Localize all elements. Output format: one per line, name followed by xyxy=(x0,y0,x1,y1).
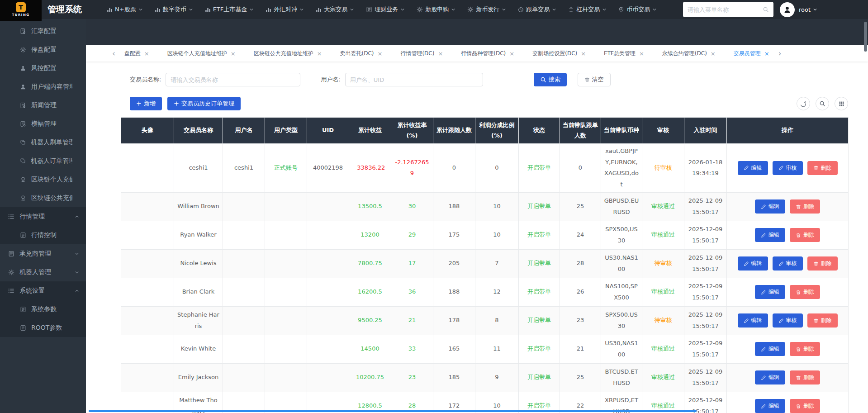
sidebar-item-3[interactable]: 用户端内容管理 xyxy=(0,77,86,96)
close-icon[interactable]: × xyxy=(764,51,769,57)
delete-button[interactable]: 删除 xyxy=(807,313,838,328)
nav-menu-coin-trade[interactable]: 币币交易 xyxy=(618,5,657,14)
audit-button[interactable]: 审核 xyxy=(773,161,803,175)
nav-menu-new-coin[interactable]: 新币发行 xyxy=(467,5,506,14)
sidebar-item-14[interactable]: 系统设置 xyxy=(0,281,86,300)
tab-3[interactable]: 卖出委托(DC)× xyxy=(340,50,383,57)
sidebar-item-13[interactable]: 机器人管理 xyxy=(0,263,86,281)
edit-button[interactable]: 编辑 xyxy=(738,313,768,328)
sidebar-item-7[interactable]: 机器人订单管理 xyxy=(0,152,86,170)
sidebar-item-15[interactable]: 系统参数 xyxy=(0,300,86,318)
tab-0[interactable]: 盘配置× xyxy=(124,50,149,57)
refresh-button[interactable] xyxy=(797,97,810,110)
user-avatar[interactable] xyxy=(780,2,795,17)
sidebar-item-5[interactable]: 横幅管理 xyxy=(0,114,86,133)
tab-7[interactable]: ETF总类管理× xyxy=(604,50,644,57)
trader-history-orders-button[interactable]: 交易员历史订单管理 xyxy=(167,97,241,110)
sidebar-item-0[interactable]: 汇率配置 xyxy=(0,22,86,40)
close-icon[interactable]: × xyxy=(378,51,383,57)
refresh-icon xyxy=(800,100,806,107)
sidebar-item-1[interactable]: 停盘配置 xyxy=(0,40,86,59)
close-icon[interactable]: × xyxy=(509,51,514,57)
user-menu[interactable]: root xyxy=(799,6,817,13)
sidebar-item-4[interactable]: 新闻管理 xyxy=(0,96,86,114)
columns-button[interactable] xyxy=(835,97,848,110)
column-header: 头像 xyxy=(121,118,174,144)
edit-button[interactable]: 编辑 xyxy=(755,370,785,385)
edit-button[interactable]: 编辑 xyxy=(755,342,785,356)
vertical-scrollbar-thumb[interactable] xyxy=(864,22,867,52)
menu-search-input[interactable] xyxy=(688,6,760,13)
username-input[interactable] xyxy=(345,73,483,86)
sidebar-item-9[interactable]: 区块链公共充值地址维护 xyxy=(0,189,86,207)
sidebar-item-8[interactable]: 区块链个人充值地址维护 xyxy=(0,170,86,189)
chevron-down-icon xyxy=(552,7,556,12)
sidebar-item-6[interactable]: 机器人刷单管理 xyxy=(0,133,86,152)
search-icon[interactable] xyxy=(763,6,769,13)
delete-button[interactable]: 删除 xyxy=(790,399,820,413)
sidebar-item-10[interactable]: 行情管理 xyxy=(0,207,86,226)
tab-2[interactable]: 区块链公共充值地址维护× xyxy=(254,50,322,57)
cell-followers: 205 xyxy=(433,249,475,278)
nav-menu-forex-hedge[interactable]: 外汇对冲 xyxy=(266,5,304,14)
tab-5[interactable]: 行情品种管理(DC)× xyxy=(461,50,514,57)
nav-menu-ipo[interactable]: 新股申购 xyxy=(417,5,455,14)
delete-button[interactable]: 删除 xyxy=(790,199,820,214)
tab-8[interactable]: 永续合约管理(DC)× xyxy=(662,50,716,57)
close-icon[interactable]: × xyxy=(231,51,236,57)
clear-button[interactable]: 清空 xyxy=(578,73,611,86)
sidebar-item-11[interactable]: 行情控制 xyxy=(0,226,86,244)
trader-name-input[interactable] xyxy=(166,73,300,86)
delete-button[interactable]: 删除 xyxy=(790,285,820,299)
delete-button[interactable]: 删除 xyxy=(807,256,838,271)
cell-trader-name: Stephanie Harris xyxy=(174,306,223,335)
trader-name-label: 交易员名称: xyxy=(130,76,161,84)
tab-1[interactable]: 区块链个人充值地址维护× xyxy=(167,50,236,57)
delete-button[interactable]: 删除 xyxy=(790,370,820,385)
nav-menu-block-trade[interactable]: 大宗交易 xyxy=(316,5,354,14)
tabs-scroll-right-icon[interactable]: › xyxy=(778,50,782,57)
edit-button[interactable]: 编辑 xyxy=(755,199,785,214)
close-icon[interactable]: × xyxy=(639,51,644,57)
nav-menu-copy-trade[interactable]: 跟单交易 xyxy=(518,5,556,14)
edit-button[interactable]: 编辑 xyxy=(755,285,785,299)
close-icon[interactable]: × xyxy=(317,51,322,57)
tab-4[interactable]: 行情管理(DC)× xyxy=(400,50,443,57)
nav-menu-wealth[interactable]: 理财业务 xyxy=(366,5,405,14)
sidebar-item-16[interactable]: ROOT参数 xyxy=(0,318,86,337)
edit-button[interactable]: 编辑 xyxy=(755,228,785,242)
edit-button[interactable]: 编辑 xyxy=(755,399,785,413)
tabs-scroll-left-icon[interactable]: ‹ xyxy=(112,50,115,57)
close-icon[interactable]: × xyxy=(711,51,716,57)
app-logo[interactable]: T TURING xyxy=(0,0,42,21)
edit-button[interactable]: 编辑 xyxy=(738,256,768,271)
nav-menu-label: 币币交易 xyxy=(626,5,650,14)
cell-team-count: 24 xyxy=(560,221,601,249)
close-icon[interactable]: × xyxy=(438,51,443,57)
add-button[interactable]: 新增 xyxy=(130,97,162,110)
sidebar-item-12[interactable]: 承兑商管理 xyxy=(0,244,86,263)
nav-menu-etf-funds[interactable]: ETF上市基金 xyxy=(205,5,254,14)
audit-button[interactable]: 审核 xyxy=(773,256,803,271)
cell-trader-name: William Brown xyxy=(174,192,223,221)
edit-button[interactable]: 编辑 xyxy=(738,161,768,175)
cell-user-type xyxy=(265,363,307,392)
cell-actions: 编辑删除 xyxy=(727,335,849,363)
table-search-button[interactable] xyxy=(816,97,829,110)
search-button[interactable]: 搜索 xyxy=(534,73,567,86)
nav-menu-n-stocks[interactable]: N+股票 xyxy=(107,5,143,14)
delete-button[interactable]: 删除 xyxy=(807,161,838,175)
cell-audit: 待审核 xyxy=(642,306,684,335)
delete-button[interactable]: 删除 xyxy=(790,342,820,356)
delete-button[interactable]: 删除 xyxy=(790,228,820,242)
sidebar-item-2[interactable]: 风控配置 xyxy=(0,59,86,77)
audit-button[interactable]: 审核 xyxy=(773,313,803,328)
nav-menu-digital-currency[interactable]: 数字货币 xyxy=(155,5,193,14)
horizontal-scrollbar-thumb[interactable] xyxy=(89,410,697,412)
tab-6[interactable]: 交割场控设置(DC)× xyxy=(532,50,586,57)
close-icon[interactable]: × xyxy=(144,51,149,57)
cell-profit-rate: 29 xyxy=(391,221,433,249)
tab-9[interactable]: 交易员管理× xyxy=(734,50,769,57)
nav-menu-leverage[interactable]: 杠杆交易 xyxy=(568,5,607,14)
close-icon[interactable]: × xyxy=(581,51,586,57)
